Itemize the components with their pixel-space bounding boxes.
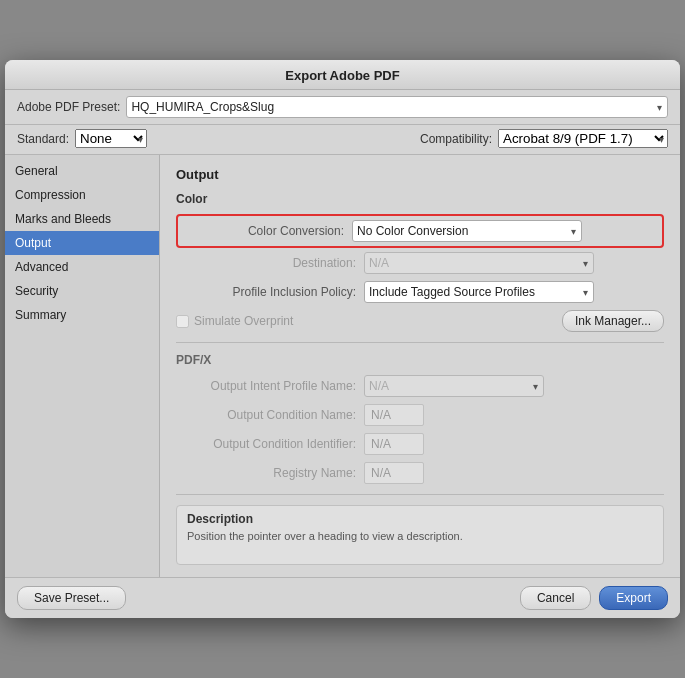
profile-inclusion-select[interactable]: Include Tagged Source Profiles [364, 281, 594, 303]
description-body: Position the pointer over a heading to v… [187, 530, 463, 542]
section-divider-2 [176, 494, 664, 495]
compatibility-label: Compatibility: [420, 132, 492, 146]
compatibility-group: Compatibility: Acrobat 8/9 (PDF 1.7) [420, 129, 668, 148]
output-condition-id-row: Output Condition Identifier: N/A [176, 433, 664, 455]
compatibility-select[interactable]: Acrobat 8/9 (PDF 1.7) [498, 129, 668, 148]
output-condition-name-label: Output Condition Name: [176, 408, 356, 422]
sidebar: General Compression Marks and Bleeds Out… [5, 155, 160, 577]
output-condition-id-label: Output Condition Identifier: [176, 437, 356, 451]
description-text: Position the pointer over a heading to v… [187, 530, 653, 542]
sidebar-label-advanced: Advanced [15, 260, 68, 274]
preset-select-wrapper: HQ_HUMIRA_Crops&Slug [126, 96, 668, 118]
color-conversion-select[interactable]: No Color Conversion [352, 220, 582, 242]
color-subsection-title: Color [176, 192, 664, 206]
registry-name-row: Registry Name: N/A [176, 462, 664, 484]
dialog-title: Export Adobe PDF [285, 68, 399, 83]
profile-inclusion-row: Profile Inclusion Policy: Include Tagged… [176, 281, 664, 303]
sidebar-label-security: Security [15, 284, 58, 298]
simulate-overprint-checkbox[interactable] [176, 315, 189, 328]
registry-name-value: N/A [364, 462, 424, 484]
pdfx-title: PDF/X [176, 353, 664, 367]
std-compat-row: Standard: None Compatibility: Acrobat 8/… [5, 125, 680, 155]
simulate-left: Simulate Overprint [176, 314, 293, 328]
output-condition-name-row: Output Condition Name: N/A [176, 404, 664, 426]
color-conversion-select-wrapper: No Color Conversion [352, 220, 582, 242]
footer-right: Cancel Export [520, 586, 668, 610]
sidebar-item-advanced[interactable]: Advanced [5, 255, 159, 279]
output-condition-id-value: N/A [364, 433, 424, 455]
cancel-button[interactable]: Cancel [520, 586, 591, 610]
preset-row: Adobe PDF Preset: HQ_HUMIRA_Crops&Slug [5, 90, 680, 125]
standard-select[interactable]: None [75, 129, 147, 148]
sidebar-label-output: Output [15, 236, 51, 250]
footer: Save Preset... Cancel Export [5, 577, 680, 618]
standard-group: Standard: None [17, 129, 412, 148]
preset-label: Adobe PDF Preset: [17, 100, 120, 114]
title-bar: Export Adobe PDF [5, 60, 680, 90]
color-conversion-highlight: Color Conversion: No Color Conversion [176, 214, 664, 248]
simulate-overprint-label: Simulate Overprint [194, 314, 293, 328]
output-intent-select[interactable]: N/A [364, 375, 544, 397]
sidebar-item-security[interactable]: Security [5, 279, 159, 303]
export-pdf-dialog: Export Adobe PDF Adobe PDF Preset: HQ_HU… [5, 60, 680, 618]
standard-label: Standard: [17, 132, 69, 146]
standard-select-wrapper: None [75, 129, 147, 148]
description-title: Description [187, 512, 653, 526]
destination-select-wrapper: N/A [364, 252, 594, 274]
destination-label: Destination: [176, 256, 356, 270]
compatibility-select-wrapper: Acrobat 8/9 (PDF 1.7) [498, 129, 668, 148]
output-intent-row: Output Intent Profile Name: N/A [176, 375, 664, 397]
section-title: Output [176, 167, 664, 182]
destination-select[interactable]: N/A [364, 252, 594, 274]
export-button[interactable]: Export [599, 586, 668, 610]
save-preset-button[interactable]: Save Preset... [17, 586, 126, 610]
content-area: Output Color Color Conversion: No Color … [160, 155, 680, 577]
main-area: General Compression Marks and Bleeds Out… [5, 155, 680, 577]
pdfx-section: PDF/X Output Intent Profile Name: N/A Ou… [176, 353, 664, 484]
sidebar-label-general: General [15, 164, 58, 178]
profile-inclusion-select-wrapper: Include Tagged Source Profiles [364, 281, 594, 303]
profile-inclusion-label: Profile Inclusion Policy: [176, 285, 356, 299]
sidebar-item-compression[interactable]: Compression [5, 183, 159, 207]
simulate-row: Simulate Overprint Ink Manager... [176, 310, 664, 332]
sidebar-item-output[interactable]: Output [5, 231, 159, 255]
sidebar-item-general[interactable]: General [5, 159, 159, 183]
color-conversion-label: Color Conversion: [184, 224, 344, 238]
sidebar-label-compression: Compression [15, 188, 86, 202]
destination-row: Destination: N/A [176, 252, 664, 274]
output-condition-name-value: N/A [364, 404, 424, 426]
sidebar-label-summary: Summary [15, 308, 66, 322]
sidebar-label-marks-bleeds: Marks and Bleeds [15, 212, 111, 226]
sidebar-item-summary[interactable]: Summary [5, 303, 159, 327]
section-divider [176, 342, 664, 343]
output-intent-label: Output Intent Profile Name: [176, 379, 356, 393]
ink-manager-button[interactable]: Ink Manager... [562, 310, 664, 332]
sidebar-item-marks-bleeds[interactable]: Marks and Bleeds [5, 207, 159, 231]
registry-name-label: Registry Name: [176, 466, 356, 480]
preset-select[interactable]: HQ_HUMIRA_Crops&Slug [126, 96, 668, 118]
output-intent-select-wrapper: N/A [364, 375, 544, 397]
description-section: Description Position the pointer over a … [176, 505, 664, 565]
